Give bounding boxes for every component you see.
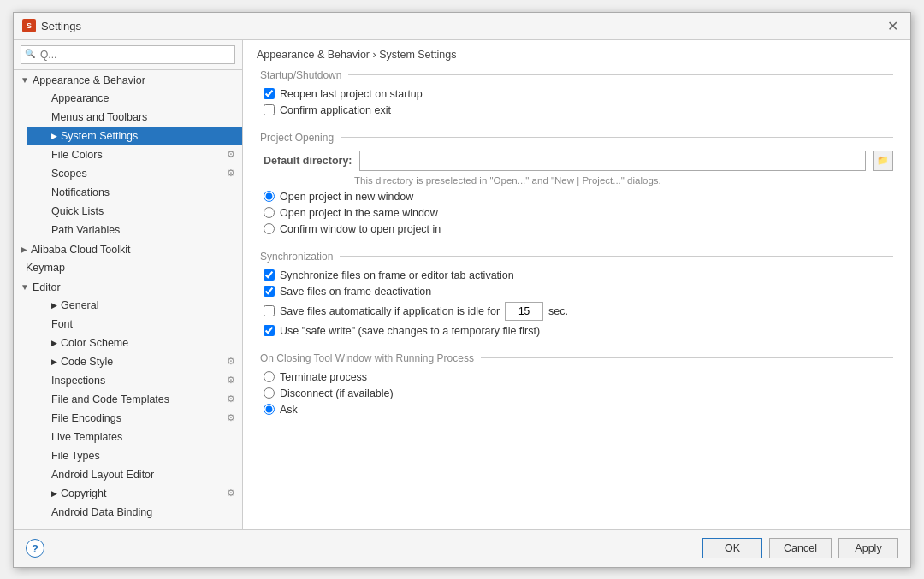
sidebar-item-quick-lists[interactable]: Quick Lists [27,202,242,221]
default-directory-input[interactable] [359,151,867,171]
title-bar: S Settings ✕ [14,13,910,40]
sidebar-section-editor[interactable]: ▼ Editor [14,277,242,296]
sidebar-item-label: Quick Lists [51,205,104,217]
editor-children: ▶ General Font ▶ Color Scheme ▶ Code Sty… [14,296,242,522]
sidebar-item-label: Inspections [51,375,105,387]
open-same-window-row: Open project in the same window [260,207,893,219]
sidebar-section-label: Editor [33,281,61,293]
open-same-window-label: Open project in the same window [280,207,438,219]
startup-shutdown-section: Startup/Shutdown Reopen last project on … [260,69,893,116]
sidebar-item-copyright[interactable]: ▶ Copyright ⚙ [27,484,242,503]
disconnect-label: Disconnect (if available) [280,387,394,399]
open-new-window-radio[interactable] [264,191,275,202]
sidebar-item-label: Android Data Binding [51,506,152,518]
terminate-radio[interactable] [264,371,275,382]
sidebar-item-label: System Settings [61,130,138,142]
sidebar-item-notifications[interactable]: Notifications [27,183,242,202]
settings-icon: ⚙ [227,356,235,367]
sidebar-item-label: File and Code Templates [51,393,169,405]
settings-icon: ⚙ [227,375,235,386]
project-opening-section: Project Opening Default directory: 📁 Thi… [260,132,893,235]
sidebar-section-label: Appearance & Behavior [33,74,145,86]
startup-shutdown-title: Startup/Shutdown [260,69,893,81]
sidebar-section-appearance-behavior[interactable]: ▼ Appearance & Behavior [14,70,242,89]
project-opening-title: Project Opening [260,132,893,144]
sync-files-label: Synchronize files on frame or editor tab… [280,269,514,281]
sidebar-item-android-data-binding[interactable]: Android Data Binding [27,503,242,522]
save-deactivation-row: Save files on frame deactivation [260,286,893,298]
confirm-exit-checkbox[interactable] [264,104,275,115]
idle-seconds-input[interactable] [505,302,543,321]
sync-files-row: Synchronize files on frame or editor tab… [260,269,893,281]
sidebar-item-font[interactable]: Font [27,315,242,334]
sidebar-item-system-settings[interactable]: ▶ System Settings [27,127,242,145]
sidebar-item-keymap[interactable]: Keymap [14,258,242,277]
sidebar-item-live-templates[interactable]: Live Templates [27,428,242,446]
settings-icon: ⚙ [227,149,235,160]
save-idle-label: Save files automatically if application … [280,305,500,317]
sidebar-item-label: Appearance [51,92,109,104]
expand-arrow: ▶ [21,245,27,254]
sidebar-item-label: Menus and Toolbars [51,111,147,123]
reopen-last-project-label: Reopen last project on startup [280,88,423,100]
sidebar-item-color-scheme[interactable]: ▶ Color Scheme [27,334,242,352]
apply-button[interactable]: Apply [838,538,898,558]
sidebar-item-file-colors[interactable]: File Colors ⚙ [27,145,242,164]
sidebar-item-label: Live Templates [51,431,122,443]
safe-write-checkbox[interactable] [264,325,275,336]
breadcrumb: Appearance & Behavior › System Settings [243,40,910,68]
sidebar-item-menus-toolbars[interactable]: Menus and Toolbars [27,108,242,127]
appearance-behavior-children: Appearance Menus and Toolbars ▶ System S… [14,89,242,239]
disconnect-radio[interactable] [264,387,275,399]
dialog-footer: ? OK Cancel Apply [14,529,910,567]
window-title: Settings [41,20,81,32]
disconnect-row: Disconnect (if available) [260,387,893,399]
save-deactivation-checkbox[interactable] [264,286,275,297]
settings-icon: ⚙ [227,487,235,499]
sidebar-item-general[interactable]: ▶ General [27,296,242,315]
default-directory-label: Default directory: [264,155,352,167]
sidebar-section-alibaba[interactable]: ▶ Alibaba Cloud Toolkit [14,239,242,258]
sidebar-item-code-style[interactable]: ▶ Code Style ⚙ [27,352,242,371]
default-directory-row: Default directory: 📁 [260,151,893,171]
safe-write-label: Use "safe write" (save changes to a temp… [280,325,540,337]
sidebar-item-file-encodings[interactable]: File Encodings ⚙ [27,409,242,428]
sidebar-item-android-layout-editor[interactable]: Android Layout Editor [27,465,242,484]
sidebar-item-file-types[interactable]: File Types [27,446,242,465]
search-box [14,40,242,70]
sidebar-item-label: Notifications [51,186,110,198]
ask-label: Ask [280,404,298,416]
synchronization-title: Synchronization [260,251,893,263]
sidebar-item-inspections[interactable]: Inspections ⚙ [27,371,242,390]
sidebar-item-label: General [61,299,98,311]
sidebar-item-label: File Types [51,450,100,462]
browse-directory-button[interactable]: 📁 [873,151,893,171]
open-same-window-radio[interactable] [264,207,275,218]
terminate-label: Terminate process [280,371,367,383]
title-bar-left: S Settings [22,19,81,32]
ask-row: Ask [260,404,893,416]
search-input[interactable] [21,45,235,64]
settings-icon: ⚙ [227,168,235,179]
save-idle-checkbox[interactable] [264,305,275,316]
sidebar-item-scopes[interactable]: Scopes ⚙ [27,164,242,183]
open-new-window-label: Open project in new window [280,191,413,203]
cancel-button[interactable]: Cancel [769,538,832,558]
ok-button[interactable]: OK [702,538,762,558]
footer-left: ? [26,539,44,558]
ask-radio[interactable] [264,404,275,415]
sidebar-item-label: File Colors [51,149,103,161]
sidebar-item-path-variables[interactable]: Path Variables [27,221,242,239]
open-new-window-row: Open project in new window [260,191,893,203]
sidebar-item-file-code-templates[interactable]: File and Code Templates ⚙ [27,390,242,409]
reopen-last-project-checkbox[interactable] [264,88,275,99]
sidebar-item-appearance[interactable]: Appearance [27,89,242,108]
dialog-body: ▼ Appearance & Behavior Appearance Menus… [14,40,910,529]
confirm-window-radio[interactable] [264,223,275,234]
help-button[interactable]: ? [26,539,44,558]
sidebar: ▼ Appearance & Behavior Appearance Menus… [14,40,243,529]
expand-arrow-small: ▶ [51,132,57,140]
safe-write-row: Use "safe write" (save changes to a temp… [260,325,893,337]
sync-files-checkbox[interactable] [264,269,275,281]
close-button[interactable]: ✕ [884,18,902,34]
